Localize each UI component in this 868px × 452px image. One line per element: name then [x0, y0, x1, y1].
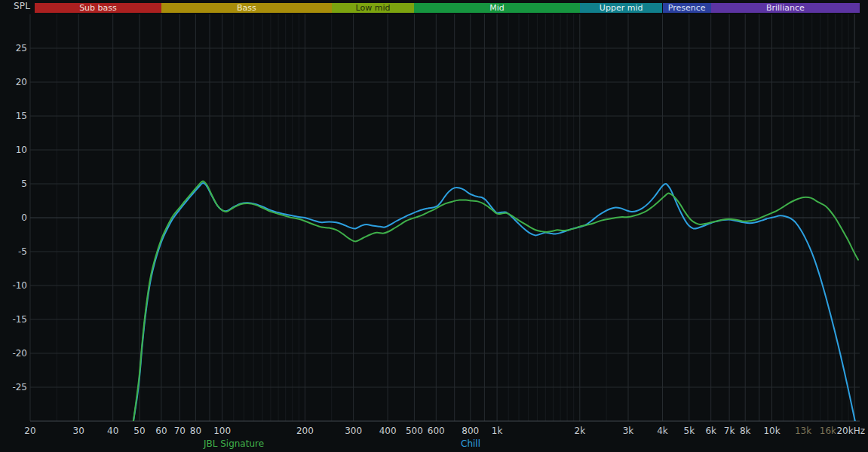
x-tick-label: 100 [213, 426, 231, 436]
x-tick-label: 50 [133, 426, 145, 436]
x-tick-label: 8k [740, 426, 751, 436]
x-axis-labels: 203040506070801002003004005006008001k2k3… [24, 426, 865, 436]
x-tick-label: 400 [379, 426, 397, 436]
y-tick-label: 25 [16, 43, 27, 53]
y-tick-label: -20 [12, 348, 27, 359]
x-tick-label: 300 [345, 426, 362, 436]
x-tick-label: 40 [107, 426, 118, 436]
x-tick-label: 5k [684, 426, 695, 436]
y-tick-label: 10 [16, 145, 27, 155]
x-tick-label: 20kHz [836, 426, 865, 436]
legend-item-chill: Chill [461, 438, 480, 449]
x-tick-label: 1k [492, 426, 503, 436]
y-tick-label: 5 [21, 179, 27, 189]
y-tick-label: 20 [16, 77, 27, 87]
curve-chill [133, 183, 856, 424]
x-tick-label: 70 [174, 426, 186, 436]
grid-layer [30, 14, 860, 421]
spl-frequency-response-app: SPL Sub bassBassLow midMidUpper midPrese… [0, 0, 868, 452]
x-tick-label: 20 [24, 426, 35, 436]
x-tick-label: 3k [623, 426, 634, 436]
y-tick-label: 0 [21, 212, 27, 223]
x-tick-label: 30 [73, 426, 84, 436]
x-tick-label: 600 [428, 426, 445, 436]
y-tick-label: -5 [18, 246, 27, 257]
x-tick-label: 10k [763, 426, 780, 436]
x-tick-label: 800 [462, 426, 479, 436]
y-tick-label: -10 [12, 280, 27, 291]
frequency-response-plot-canvas[interactable]: -25-20-15-10-505101520252030405060708010… [0, 0, 868, 452]
legend: JBL SignatureChill [0, 438, 868, 450]
x-tick-label: 6k [705, 426, 716, 436]
x-tick-label: 16k [820, 426, 836, 436]
x-tick-label: 4k [657, 426, 668, 436]
x-tick-label: 500 [406, 426, 423, 436]
x-tick-label: 7k [724, 426, 735, 436]
x-tick-label: 80 [190, 426, 201, 436]
y-axis-labels: -25-20-15-10-50510152025 [12, 43, 27, 392]
y-tick-label: -15 [12, 314, 27, 325]
x-tick-label: 200 [296, 426, 314, 436]
legend-item-jbl-signature: JBL Signature [204, 438, 264, 449]
x-tick-label: 60 [155, 426, 167, 436]
x-tick-label: 13k [795, 426, 811, 436]
y-tick-label: 15 [16, 111, 27, 121]
x-tick-label: 2k [575, 426, 586, 436]
curve-jbl-signature [133, 181, 858, 421]
y-tick-label: -25 [12, 382, 27, 392]
